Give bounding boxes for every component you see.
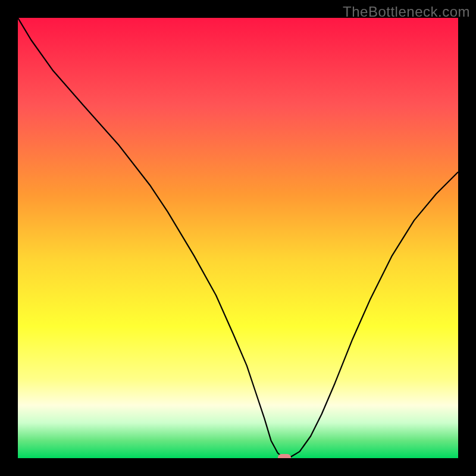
chart-frame: TheBottleneck.com <box>0 0 476 476</box>
plot-area <box>18 18 458 458</box>
optimum-marker <box>278 454 291 458</box>
bottleneck-curve <box>18 18 458 458</box>
